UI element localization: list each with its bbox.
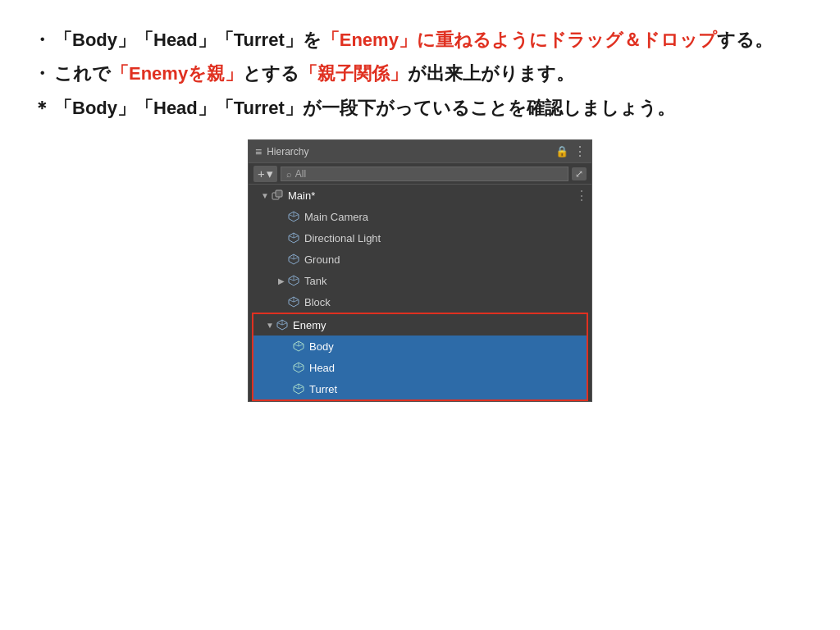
menu-icon[interactable]: ⋮ [573,144,585,159]
cube-icon-block [286,294,301,309]
scene-label: Main* [288,189,315,202]
bullet-1: ・ [33,25,51,55]
asterisk-line: ＊ 「Body」「Head」「Turret」が一段下がっていることを確認しましょ… [33,93,807,123]
bullet-2: ・ [33,58,51,89]
tank-label: Tank [304,275,326,287]
asterisk: ＊ [33,93,51,123]
search-placeholder: All [295,168,306,180]
block-label: Block [304,296,331,308]
search-icon: ⌕ [286,169,292,179]
list-item-turret[interactable]: Turret [253,378,587,399]
turret-label: Turret [309,383,337,395]
list-item-body[interactable]: Body [253,336,587,357]
scene-row[interactable]: ▼ Main* ⋮ [249,185,591,206]
cube-icon-ground [286,252,301,267]
list-item-head[interactable]: Head [253,357,587,378]
list-item-main-camera[interactable]: Main Camera [249,206,591,227]
cube-icon-turret [291,381,306,396]
nav-icon[interactable]: ⤢ [572,167,587,180]
list-item-tank[interactable]: ▶ Tank [249,270,591,291]
scene-icon [270,188,285,203]
svg-rect-1 [276,190,282,197]
line-3-text: 「Body」「Head」「Turret」が一段下がっていることを確認しましょう。 [54,93,675,123]
main-camera-label: Main Camera [304,211,368,223]
hierarchy-panel: ≡ Hierarchy 🔒 ⋮ + ▾ ⌕ All ⤢ ▼ [248,139,592,402]
cube-icon-main-camera [286,209,301,224]
enemy-arrow: ▼ [265,321,275,330]
line-2-red-1: 「Enemyを親」 [111,63,243,84]
line-2-text: これで「Enemyを親」とする「親子関係」が出来上がります。 [54,58,574,89]
search-box[interactable]: ⌕ All [281,167,568,181]
hierarchy-toolbar: + ▾ ⌕ All ⤢ [249,163,591,185]
enemy-group: ▼ Enemy [252,313,588,401]
cube-icon-directional-light [286,231,301,245]
list-item-enemy[interactable]: ▼ Enemy [253,314,587,336]
lock-icon[interactable]: 🔒 [555,145,568,158]
line-1-text: 「Body」「Head」「Turret」を「Enemy」に重ねるようにドラッグ＆… [54,25,773,55]
cube-icon-body [291,339,306,354]
instruction-text: ・ 「Body」「Head」「Turret」を「Enemy」に重ねるようにドラッ… [33,25,807,123]
scene-arrow: ▼ [260,191,270,200]
panel-wrapper: ≡ Hierarchy 🔒 ⋮ + ▾ ⌕ All ⤢ ▼ [33,139,807,402]
hierarchy-title-left: ≡ Hierarchy [255,145,309,158]
list-item-ground[interactable]: Ground [249,249,591,270]
cube-icon-enemy [275,317,290,332]
bullet-line-1: ・ 「Body」「Head」「Turret」を「Enemy」に重ねるようにドラッ… [33,25,807,55]
tank-arrow: ▶ [276,276,286,285]
directional-light-label: Directional Light [304,232,381,244]
cube-icon-head [291,360,306,375]
list-item-block[interactable]: Block [249,291,591,313]
scene-options[interactable]: ⋮ [575,188,591,203]
list-item-directional-light[interactable]: Directional Light [249,227,591,249]
enemy-label: Enemy [293,319,326,331]
hierarchy-list: ▼ Main* ⋮ [249,185,591,401]
hierarchy-title-label: Hierarchy [267,146,308,158]
ground-label: Ground [304,253,340,266]
bullet-line-2: ・ これで「Enemyを親」とする「親子関係」が出来上がります。 [33,58,807,89]
add-button[interactable]: + ▾ [253,166,277,182]
line-1-red-1: 「Enemy」に重ねるようにドラッグ＆ドロップ [322,30,717,50]
head-label: Head [309,362,335,374]
cube-icon-tank [286,273,301,288]
hierarchy-list-icon: ≡ [255,145,262,158]
hierarchy-titlebar: ≡ Hierarchy 🔒 ⋮ [249,140,591,163]
line-2-red-2: 「親子関係」 [299,63,408,84]
body-label: Body [309,340,334,353]
hierarchy-title-right: 🔒 ⋮ [555,144,585,159]
